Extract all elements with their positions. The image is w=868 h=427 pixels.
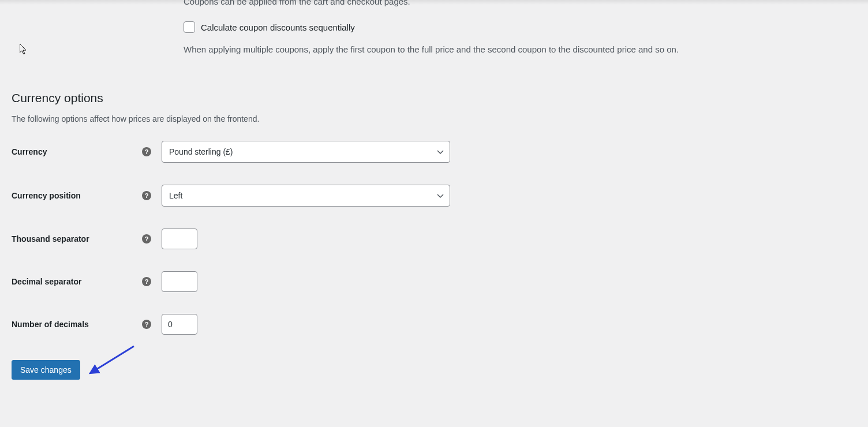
decimal-separator-input[interactable] [162,271,197,292]
number-of-decimals-label: Number of decimals [12,320,89,329]
currency-options-description: The following options affect how prices … [12,114,856,123]
number-of-decimals-input[interactable] [162,314,197,335]
help-icon[interactable]: ? [142,277,151,286]
help-icon[interactable]: ? [142,234,151,244]
svg-line-0 [95,346,134,370]
sequential-coupon-checkbox[interactable] [184,21,195,33]
sequential-coupon-label: Calculate coupon discounts sequentially [201,23,355,32]
currency-position-select[interactable]: Left [162,185,450,207]
help-icon[interactable]: ? [142,191,151,200]
currency-select[interactable]: Pound sterling (£) [162,141,450,163]
thousand-separator-label: Thousand separator [12,234,89,244]
currency-position-label: Currency position [12,191,81,200]
help-icon[interactable]: ? [142,320,151,329]
save-changes-button[interactable]: Save changes [12,360,80,380]
thousand-separator-input[interactable] [162,229,197,249]
currency-options-heading: Currency options [12,91,856,105]
sequential-coupon-description: When applying multiple coupons, apply th… [184,43,856,57]
currency-label: Currency [12,147,47,156]
coupon-help-text: Coupons can be applied from the cart and… [184,0,856,6]
help-icon[interactable]: ? [142,147,151,156]
annotation-arrow-icon [88,343,140,377]
decimal-separator-label: Decimal separator [12,277,81,286]
